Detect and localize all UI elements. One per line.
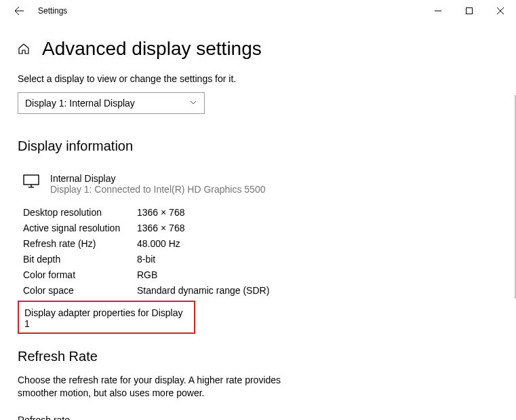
content-area: Select a display to view or change the s… bbox=[0, 73, 516, 420]
info-row: Desktop resolution 1366 × 768 bbox=[23, 207, 498, 218]
info-value: 8-bit bbox=[137, 254, 155, 265]
svg-rect-0 bbox=[467, 8, 473, 14]
home-icon[interactable] bbox=[18, 43, 30, 58]
display-info-table: Desktop resolution 1366 × 768 Active sig… bbox=[23, 207, 498, 296]
window-controls bbox=[422, 0, 516, 22]
info-value: Standard dynamic range (SDR) bbox=[137, 285, 269, 296]
info-row: Bit depth 8-bit bbox=[23, 254, 498, 265]
info-value: 1366 × 768 bbox=[137, 207, 184, 218]
chevron-down-icon bbox=[189, 97, 197, 109]
select-prompt: Select a display to view or change the s… bbox=[18, 73, 498, 84]
adapter-link-highlight: Display adapter properties for Display 1 bbox=[18, 301, 195, 334]
display-selector[interactable]: Display 1: Internal Display bbox=[18, 92, 205, 114]
info-label: Color space bbox=[23, 285, 137, 296]
maximize-icon bbox=[466, 7, 473, 14]
maximize-button[interactable] bbox=[454, 0, 485, 22]
info-row: Color space Standard dynamic range (SDR) bbox=[23, 285, 498, 296]
info-label: Bit depth bbox=[23, 254, 137, 265]
window-title: Settings bbox=[38, 6, 67, 16]
back-button[interactable] bbox=[5, 0, 33, 22]
display-selector-value: Display 1: Internal Display bbox=[25, 98, 197, 109]
minimize-icon bbox=[435, 7, 441, 14]
info-row: Color format RGB bbox=[23, 269, 498, 280]
display-summary: Internal Display Display 1: Connected to… bbox=[23, 173, 498, 195]
svg-rect-1 bbox=[24, 175, 39, 185]
info-value: RGB bbox=[137, 269, 157, 280]
refresh-rate-description: Choose the refresh rate for your display… bbox=[18, 374, 289, 400]
info-label: Active signal resolution bbox=[23, 223, 137, 233]
info-label: Refresh rate (Hz) bbox=[23, 238, 137, 249]
page-header: Advanced display settings bbox=[0, 22, 516, 73]
titlebar: Settings bbox=[0, 0, 516, 22]
info-label: Color format bbox=[23, 269, 137, 280]
info-label: Desktop resolution bbox=[23, 207, 137, 218]
display-info-header: Display information bbox=[18, 138, 498, 154]
adapter-properties-link[interactable]: Display adapter properties for Display 1 bbox=[24, 307, 190, 329]
refresh-rate-header: Refresh Rate bbox=[18, 349, 498, 364]
refresh-rate-label: Refresh rate bbox=[18, 415, 498, 420]
close-button[interactable] bbox=[485, 0, 516, 22]
monitor-icon bbox=[23, 174, 39, 191]
close-icon bbox=[497, 7, 504, 14]
info-value: 48.000 Hz bbox=[137, 238, 180, 249]
page-title: Advanced display settings bbox=[42, 38, 262, 60]
display-connection: Display 1: Connected to Intel(R) HD Grap… bbox=[50, 184, 265, 195]
back-arrow-icon bbox=[14, 5, 24, 16]
display-name: Internal Display bbox=[50, 173, 265, 184]
info-row: Active signal resolution 1366 × 768 bbox=[23, 223, 498, 233]
minimize-button[interactable] bbox=[422, 0, 454, 22]
info-value: 1366 × 768 bbox=[137, 223, 184, 233]
info-row: Refresh rate (Hz) 48.000 Hz bbox=[23, 238, 498, 249]
